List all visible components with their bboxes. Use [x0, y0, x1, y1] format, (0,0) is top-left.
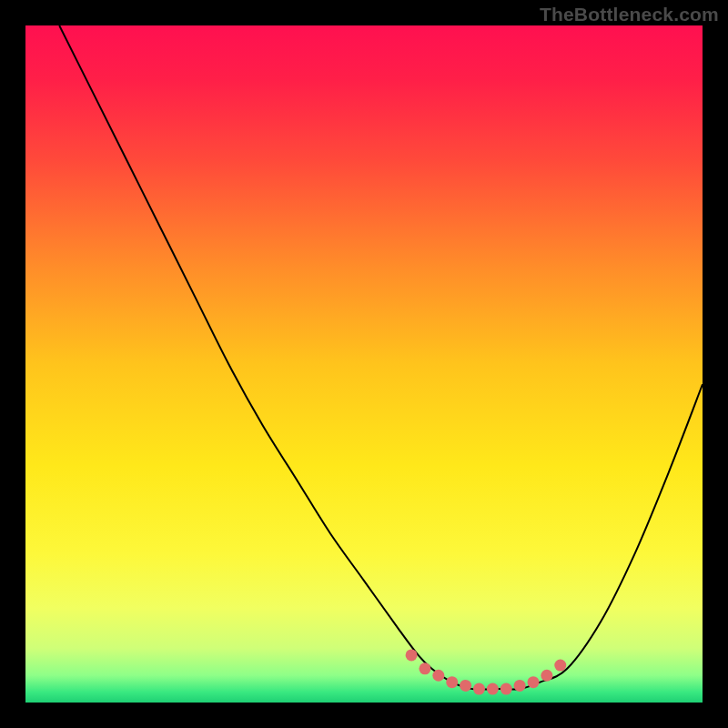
tolerance-marker [514, 680, 526, 692]
bottleneck-chart [25, 25, 703, 703]
gradient-background [25, 25, 703, 703]
tolerance-marker [406, 649, 418, 661]
tolerance-marker [554, 660, 566, 672]
tolerance-marker [419, 662, 430, 674]
tolerance-marker [446, 676, 458, 688]
tolerance-marker [541, 670, 552, 682]
tolerance-marker [460, 680, 471, 692]
tolerance-marker [432, 670, 444, 682]
chart-frame: TheBottleneck.com [0, 0, 728, 728]
tolerance-marker [500, 683, 512, 695]
tolerance-marker [487, 683, 499, 695]
tolerance-marker [473, 683, 485, 695]
watermark-label: TheBottleneck.com [540, 4, 719, 25]
plot-area [25, 25, 703, 703]
tolerance-marker [528, 676, 540, 688]
